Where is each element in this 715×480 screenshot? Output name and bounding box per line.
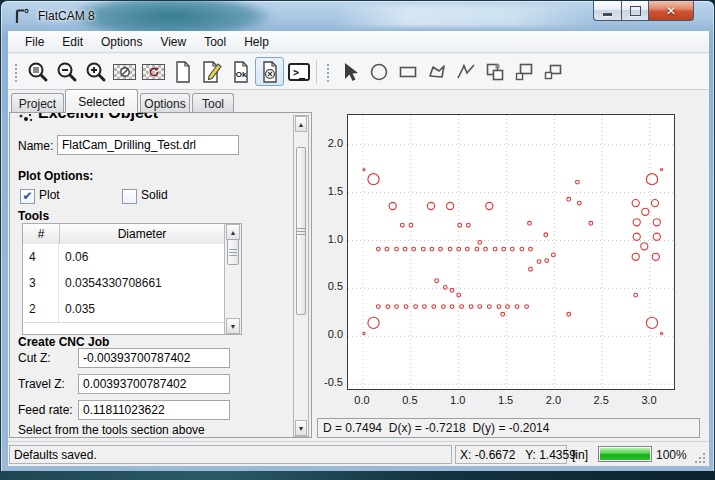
draw-circle-button[interactable] — [364, 57, 393, 86]
open-project-button[interactable] — [197, 57, 226, 86]
cell-tool-diameter[interactable]: 0.0354330708661 — [59, 270, 224, 296]
scroll-up-icon[interactable]: ▲ — [226, 224, 240, 240]
desktop-background-strip — [0, 471, 715, 480]
shell-button[interactable]: >_ — [284, 57, 313, 86]
minimize-button[interactable] — [593, 1, 622, 21]
svg-text:Ok: Ok — [235, 70, 246, 79]
flatcam-app-icon — [14, 8, 31, 25]
x-tick-label: 0.0 — [354, 394, 369, 406]
table-row[interactable]: 2 0.035 — [23, 296, 224, 323]
selected-tab-page: Excellon Object Name: FlatCam_Drilling_T… — [9, 112, 312, 438]
cell-tool-number[interactable]: 4 — [23, 244, 59, 270]
tab-tool[interactable]: Tool — [192, 93, 234, 112]
new-project-button[interactable] — [168, 57, 197, 86]
draw-rectangle-button[interactable] — [393, 57, 422, 86]
draw-polygon-button[interactable] — [422, 57, 451, 86]
menu-tool[interactable]: Tool — [195, 32, 235, 52]
solid-checkbox[interactable] — [122, 189, 137, 204]
y-tick-label: -0.5 — [314, 376, 343, 388]
tab-selected[interactable]: Selected — [65, 89, 138, 113]
cell-tool-diameter[interactable]: 0.06 — [59, 244, 224, 270]
menu-view[interactable]: View — [151, 32, 195, 52]
x-tick-label: 1.0 — [450, 394, 465, 406]
copy-object-alt-button[interactable] — [538, 57, 567, 86]
y-tick-label: 0.5 — [314, 280, 343, 292]
titlebar-glass-streak — [331, 5, 591, 27]
plot-area[interactable]: 2.01.51.00.50.0-0.5 0.00.51.01.52.02.53.… — [314, 104, 709, 417]
y-tick-label: 2.0 — [314, 137, 343, 149]
object-title: Excellon Object — [38, 113, 158, 122]
col-header-diameter[interactable]: Diameter — [60, 224, 224, 244]
scroll-up-icon[interactable]: ▲ — [295, 116, 307, 132]
copy-object-button[interactable] — [509, 57, 538, 86]
polygon-icon — [426, 61, 448, 83]
close-button[interactable]: ✕ — [649, 1, 694, 21]
tools-section-note: Select from the tools section above — [18, 423, 205, 437]
cutz-input[interactable]: -0.00393700787402 — [78, 348, 230, 368]
menu-bar: File Edit Options View Tool Help — [8, 31, 709, 53]
plot-frame[interactable] — [347, 114, 675, 390]
polyline-icon — [455, 61, 477, 83]
scroll-down-icon[interactable]: ▼ — [295, 420, 307, 436]
units-label: [in] — [572, 448, 588, 462]
delete-file-icon — [260, 60, 280, 84]
x-tick-label: 2.0 — [546, 394, 561, 406]
toolbar-grip[interactable] — [14, 62, 19, 82]
cnc-section-label: Create CNC Job — [18, 335, 109, 349]
y-tick-label: 1.5 — [314, 185, 343, 197]
drill-pattern-icon — [17, 113, 35, 125]
panel-scrollbar[interactable]: ▲ ▼ — [293, 115, 309, 437]
maximize-button[interactable] — [622, 1, 649, 21]
panel-scrollbar-thumb[interactable] — [296, 147, 306, 315]
object-title-clip: Excellon Object — [10, 113, 290, 128]
plot-canvas[interactable] — [348, 115, 674, 389]
x-tick-label: 0.5 — [402, 394, 417, 406]
copy-geometry-button[interactable] — [480, 57, 509, 86]
zoom-out-button[interactable] — [52, 57, 81, 86]
toolbar: Ok >_ — [8, 54, 709, 90]
toolbar-grip-2[interactable] — [326, 62, 331, 82]
zoom-fit-button[interactable] — [23, 57, 52, 86]
cell-tool-diameter[interactable]: 0.035 — [59, 296, 224, 322]
maximize-icon — [630, 6, 641, 16]
progress-percent: 100% — [656, 448, 687, 462]
x-tick-label: 2.5 — [594, 394, 609, 406]
feedrate-input[interactable]: 0.11811023622 — [78, 400, 230, 420]
menu-help[interactable]: Help — [235, 32, 278, 52]
tab-project[interactable]: Project — [11, 93, 64, 112]
zoom-in-button[interactable] — [81, 57, 110, 86]
delete-object-button[interactable] — [255, 57, 284, 86]
tools-label: Tools — [18, 209, 49, 223]
resize-grip[interactable] — [693, 451, 705, 463]
table-scrollbar-thumb[interactable] — [227, 239, 239, 265]
draw-polyline-button[interactable] — [451, 57, 480, 86]
window-title: FlatCAM 8 — [38, 9, 95, 23]
menu-file[interactable]: File — [16, 32, 53, 52]
menu-options[interactable]: Options — [92, 32, 151, 52]
cell-tool-number[interactable]: 2 — [23, 296, 59, 322]
status-bar: Defaults saved. X: -0.6672 Y: 1.4359 [in… — [8, 441, 709, 466]
table-row[interactable]: 4 0.06 — [23, 244, 224, 271]
name-input[interactable]: FlatCam_Drilling_Test.drl — [57, 135, 239, 155]
travelz-input[interactable]: 0.00393700787402 — [78, 374, 230, 394]
cutz-label: Cut Z: — [18, 351, 51, 365]
progress-bar — [598, 446, 652, 462]
feedrate-label: Feed rate: — [18, 403, 73, 417]
zoom-in-icon — [84, 60, 108, 84]
menu-edit[interactable]: Edit — [53, 32, 92, 52]
cell-tool-number[interactable]: 3 — [23, 270, 59, 296]
save-project-button[interactable]: Ok — [226, 57, 255, 86]
table-scrollbar[interactable]: ▲ ▼ — [224, 224, 241, 334]
clear-plot-button[interactable] — [110, 57, 139, 86]
status-message: Defaults saved. — [9, 445, 452, 464]
table-row[interactable]: 3 0.0354330708661 — [23, 270, 224, 297]
tab-options[interactable]: Options — [140, 93, 190, 112]
measurement-readout: D = 0.7494 D(x) = -0.7218 D(y) = -0.2014 — [317, 418, 700, 438]
col-header-number[interactable]: # — [23, 224, 60, 244]
toolbar-separator — [316, 60, 317, 84]
scroll-down-icon[interactable]: ▼ — [226, 318, 240, 334]
plot-checkbox[interactable]: ✔ — [20, 189, 35, 204]
select-tool-button[interactable] — [335, 57, 364, 86]
replot-button[interactable] — [139, 57, 168, 86]
titlebar-glass-blob — [71, 1, 271, 31]
